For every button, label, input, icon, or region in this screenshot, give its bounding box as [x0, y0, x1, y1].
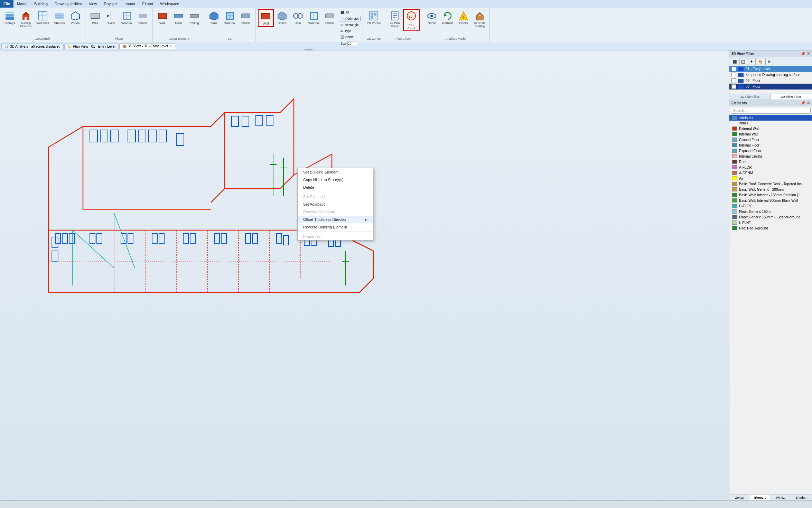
space-select-button[interactable]: Space — [274, 9, 290, 26]
elem-basic-wall-internal[interactable]: Basic Wall: Internal 200mm Block Wall — [729, 198, 812, 203]
filter-tb-btn-1[interactable]: ⬛ — [731, 58, 738, 65]
tab-3dview-close[interactable]: ✕ — [169, 45, 172, 48]
filter-item-imported[interactable]: <Imported Drawing shading surface... — [729, 72, 812, 78]
filter-item-floor03[interactable]: ✓ 03 - Floor — [729, 84, 812, 90]
plan-check-main-button[interactable]: 20 PlanCheck — [403, 9, 420, 31]
shade-set-button[interactable]: Shade — [238, 9, 253, 26]
shade-place-button[interactable]: Shade — [135, 9, 150, 26]
elem-l-plnt[interactable]: L-PLNT — [729, 220, 812, 225]
bottom-tab-windows[interactable]: Wind... — [771, 495, 792, 500]
elem-basic-roof[interactable]: Basic Roof: Concrete Deck - Tapered Ins.… — [729, 181, 812, 187]
viewport[interactable]: Set Building Element Copy NULL to Storey… — [0, 50, 729, 500]
elem-internal-ceiling[interactable]: Internal Ceiling — [729, 153, 812, 159]
filter-checkbox-floor02[interactable] — [731, 78, 736, 83]
filter-tb-btn-2[interactable]: 🔲 — [739, 58, 747, 65]
window-place-button[interactable]: Window — [119, 9, 134, 26]
name-button[interactable]: 🔤 Name — [339, 34, 361, 40]
filter-tb-btn-3[interactable]: 👁 — [748, 58, 756, 65]
elem-pad-1[interactable]: Pad: Pad 1-ground — [729, 225, 812, 231]
building-elements-button[interactable]: BuildingElements — [18, 9, 34, 29]
filter-pin-icon[interactable]: 📌 — [801, 51, 805, 56]
wall-select-button[interactable]: Wall — [258, 9, 274, 27]
menu-building[interactable]: Building — [31, 1, 51, 7]
refresh-button[interactable]: Refresh — [440, 9, 455, 26]
2d-plan-check-button[interactable]: 2D PlanCheck — [387, 9, 402, 29]
elem-c-topo[interactable]: C-TOPO — [729, 203, 812, 209]
2d-zones-button[interactable]: 2D Zones — [365, 9, 383, 26]
elem-internal-wall[interactable]: Internal Wall — [729, 131, 812, 137]
menu-drawing-utilities[interactable]: Drawing Utilities — [51, 1, 85, 7]
elem-internal-floor[interactable]: Internal Floor — [729, 142, 812, 148]
menu-file[interactable]: File — [0, 0, 13, 8]
storeys-button[interactable]: Storeys — [2, 9, 17, 26]
tab-analysis[interactable]: 📊 3D Analysis - all zones displayed — [1, 44, 64, 49]
elem-default[interactable]: <default> — [729, 115, 812, 121]
divide-button[interactable]: Divide — [103, 9, 119, 26]
size-input[interactable] — [347, 41, 357, 46]
context-delete[interactable]: Delete — [298, 184, 373, 191]
elem-external-wall[interactable]: External Wall — [729, 126, 812, 131]
elements-pin-icon[interactable]: 📌 — [801, 101, 805, 105]
filter-tb-btn-5[interactable]: ⚙ — [765, 58, 773, 65]
menu-view[interactable]: View — [85, 1, 101, 7]
filter-checkbox-floor03[interactable]: ✓ — [731, 84, 736, 89]
elem-null[interactable]: <null> — [729, 121, 812, 126]
rectangle-button[interactable]: ▭ Rectangle — [339, 22, 361, 28]
bottom-tab-shades[interactable]: Shade... — [791, 495, 812, 500]
shades-button[interactable]: Shades — [52, 9, 67, 26]
windows-button[interactable]: Windows — [34, 9, 51, 26]
perimeter-button[interactable]: ⬜ Perimeter — [339, 16, 361, 21]
elem-basic-wall-interior[interactable]: Basic Wall: Interior - 138mm Partition (… — [729, 192, 812, 198]
filter-tab-3d[interactable]: 3D View Filter — [771, 94, 812, 100]
menu-model[interactable]: Model — [13, 1, 31, 7]
wall-place-button[interactable]: Wall — [87, 9, 103, 26]
errors-button[interactable]: ! Errors — [456, 9, 471, 26]
elements-search-input[interactable] — [731, 108, 811, 114]
context-offset-thickness[interactable]: Offset Thickness Direction ▶ — [298, 216, 373, 223]
size-button[interactable]: Size — [339, 40, 361, 47]
filter-checkbox-imported[interactable] — [731, 73, 736, 77]
elem-floor-150-ext[interactable]: Floor: Generic 150mm - Exterior-ground — [729, 214, 812, 220]
elem-a-flor[interactable]: A-FLOR — [729, 164, 812, 170]
zone-set-button[interactable]: Zone — [206, 9, 222, 26]
all-button[interactable]: ⬛ All — [339, 10, 361, 15]
filter-close-icon[interactable]: ✕ — [807, 51, 810, 56]
type-button[interactable]: 🏷 Type — [339, 28, 361, 34]
elem-air[interactable]: Air — [729, 176, 812, 181]
tab-3dview[interactable]: 📦 3D View - 01 - Entry Level ✕ — [119, 43, 175, 49]
menu-import[interactable]: Import — [121, 1, 139, 7]
filter-checkbox-entry[interactable]: ✓ — [731, 67, 736, 71]
context-reverse-building[interactable]: Reverse Building Element — [298, 223, 373, 231]
filter-tb-btn-4[interactable]: 🎨 — [757, 58, 764, 65]
wall-assign-button[interactable]: Wall — [155, 9, 170, 26]
join-select-button[interactable]: Join — [290, 9, 306, 26]
elem-a-genm[interactable]: A-GENM — [729, 170, 812, 176]
bottom-tab-zones[interactable]: Zones — [729, 495, 750, 500]
filter-tab-2d[interactable]: 2D Plan Filter — [729, 94, 771, 100]
floor-assign-button[interactable]: Floor — [171, 9, 186, 26]
elem-ground-floor[interactable]: Ground Floor — [729, 137, 812, 142]
elem-basic-wall-generic[interactable]: Basic Wall: Generic - 200mm — [729, 187, 812, 192]
window-select2-button[interactable]: Window — [306, 9, 321, 26]
context-copy-null[interactable]: Copy NULL to Storey(s)... — [298, 176, 373, 184]
show-button[interactable]: Show — [424, 9, 439, 26]
shade-select2-button[interactable]: Shade — [322, 9, 337, 26]
tab-plan[interactable]: 📐 Plan View - 01 - Entry Level — [64, 44, 119, 49]
generate-button[interactable]: GenerateBuilding — [472, 9, 487, 29]
filter-item-entry-level[interactable]: ✓ 01 - Entry Level — [729, 66, 812, 72]
zones-button[interactable]: Zones — [68, 9, 83, 26]
elements-close-icon[interactable]: ✕ — [807, 101, 810, 105]
menu-workspace[interactable]: Workspace — [157, 1, 183, 7]
menu-daylight[interactable]: Daylight — [101, 1, 121, 7]
elem-exposed-floor[interactable]: Exposed Floor — [729, 148, 812, 153]
menu-export[interactable]: Export — [139, 1, 157, 7]
elem-floor-150[interactable]: Floor: Generic 150mm — [729, 209, 812, 214]
ceiling-assign-button[interactable]: Ceiling — [187, 9, 202, 26]
filter-item-floor02[interactable]: 02 - Floor — [729, 78, 812, 84]
context-set-adiabatic[interactable]: Set Adiabatic — [298, 200, 373, 208]
elem-label-air: Air — [739, 177, 743, 180]
elem-roof[interactable]: Roof — [729, 159, 812, 164]
context-set-building-element[interactable]: Set Building Element — [298, 168, 373, 176]
bottom-tab-elements[interactable]: Eleme... — [750, 495, 771, 500]
window-set-button[interactable]: Window — [222, 9, 237, 26]
